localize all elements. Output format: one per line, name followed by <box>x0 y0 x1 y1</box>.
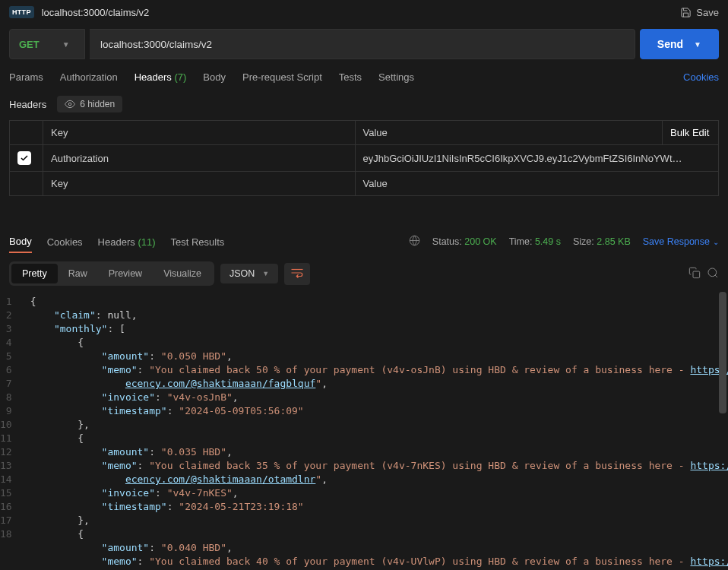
request-tab-title: localhost:3000/claims/v2 <box>42 7 150 18</box>
wrap-icon <box>290 268 304 278</box>
bulk-edit-button[interactable]: Bulk Edit <box>663 121 719 145</box>
row-checkbox[interactable] <box>17 151 31 165</box>
url-input[interactable] <box>90 29 635 59</box>
status-label: Status: <box>432 236 462 247</box>
rtab-headers-label: Headers <box>98 236 135 248</box>
tab-params[interactable]: Params <box>9 67 43 87</box>
tab-headers-label: Headers <box>135 71 172 83</box>
format-select[interactable]: JSON ▼ <box>220 264 278 283</box>
tab-body[interactable]: Body <box>203 67 226 87</box>
hidden-headers-toggle[interactable]: 6 hidden <box>57 96 122 112</box>
table-row[interactable]: Authorization eyJhbGciOiJIUzI1NiIsInR5cC… <box>10 145 719 172</box>
svg-point-0 <box>68 103 71 106</box>
scrollbar[interactable] <box>719 292 726 413</box>
table-row-empty[interactable]: Key Value <box>10 172 719 196</box>
key-placeholder[interactable]: Key <box>43 172 356 196</box>
rtab-cookies[interactable]: Cookies <box>47 232 83 252</box>
format-value: JSON <box>229 268 255 279</box>
rtab-headers[interactable]: Headers (11) <box>98 232 156 252</box>
globe-icon[interactable] <box>409 235 420 249</box>
rtab-testresults[interactable]: Test Results <box>171 232 225 252</box>
hidden-count: 6 hidden <box>80 99 115 109</box>
send-label: Send <box>657 38 683 50</box>
response-code[interactable]: { "claim": null, "monthly": [ { "amount"… <box>20 292 728 570</box>
save-response-label: Save Response <box>643 236 710 247</box>
save-icon <box>680 7 692 18</box>
headers-table: Key Value Bulk Edit Authorization eyJhbG… <box>9 120 719 196</box>
save-response-button[interactable]: Save Response ⌄ <box>643 236 719 247</box>
chevron-down-icon: ⌄ <box>713 238 719 246</box>
size-label: Size: <box>573 236 594 247</box>
tab-headers-count: (7) <box>174 71 186 83</box>
search-button[interactable] <box>707 267 719 281</box>
cookies-link[interactable]: Cookies <box>683 71 719 83</box>
wrap-lines-button[interactable] <box>284 263 310 285</box>
view-raw[interactable]: Raw <box>58 264 98 283</box>
svg-line-6 <box>715 275 717 277</box>
chevron-down-icon: ▼ <box>62 40 70 49</box>
http-badge: HTTP <box>9 6 34 18</box>
rtab-headers-count: (11) <box>138 236 155 248</box>
status-value: 200 OK <box>464 236 496 247</box>
tab-tests[interactable]: Tests <box>339 67 362 87</box>
time-label: Time: <box>509 236 533 247</box>
svg-rect-4 <box>693 271 700 278</box>
rtab-body[interactable]: Body <box>9 231 32 253</box>
line-gutter: 123456789101112131415161718 <box>0 292 20 570</box>
header-key[interactable]: Authorization <box>43 145 356 172</box>
method-value: GET <box>19 39 40 50</box>
size-value: 2.85 KB <box>597 236 630 247</box>
tab-authorization[interactable]: Authorization <box>60 67 118 87</box>
eye-icon <box>65 99 75 109</box>
col-value: Value <box>355 121 662 145</box>
tab-settings[interactable]: Settings <box>378 67 414 87</box>
method-select[interactable]: GET ▼ <box>9 29 85 59</box>
send-button[interactable]: Send ▼ <box>640 29 719 59</box>
chevron-down-icon: ▼ <box>262 270 269 277</box>
value-placeholder[interactable]: Value <box>355 172 718 196</box>
col-key: Key <box>43 121 356 145</box>
time-value: 5.49 s <box>535 236 561 247</box>
view-preview[interactable]: Preview <box>98 264 153 283</box>
view-visualize[interactable]: Visualize <box>153 264 212 283</box>
view-pretty[interactable]: Pretty <box>11 264 58 283</box>
tab-prerequest[interactable]: Pre-request Script <box>242 67 322 87</box>
save-label: Save <box>696 7 719 18</box>
svg-point-5 <box>708 268 717 277</box>
chevron-down-icon: ▼ <box>694 40 701 49</box>
copy-button[interactable] <box>688 267 701 281</box>
response-body-editor[interactable]: 123456789101112131415161718 { "claim": n… <box>0 292 728 570</box>
view-segment: Pretty Raw Preview Visualize <box>9 261 214 286</box>
tab-headers[interactable]: Headers (7) <box>135 67 187 87</box>
save-button[interactable]: Save <box>680 7 719 18</box>
headers-title: Headers <box>9 99 46 110</box>
header-value[interactable]: eyJhbGciOiJIUzI1NiIsInR5cCI6IkpXVCJ9.eyJ… <box>363 153 682 164</box>
